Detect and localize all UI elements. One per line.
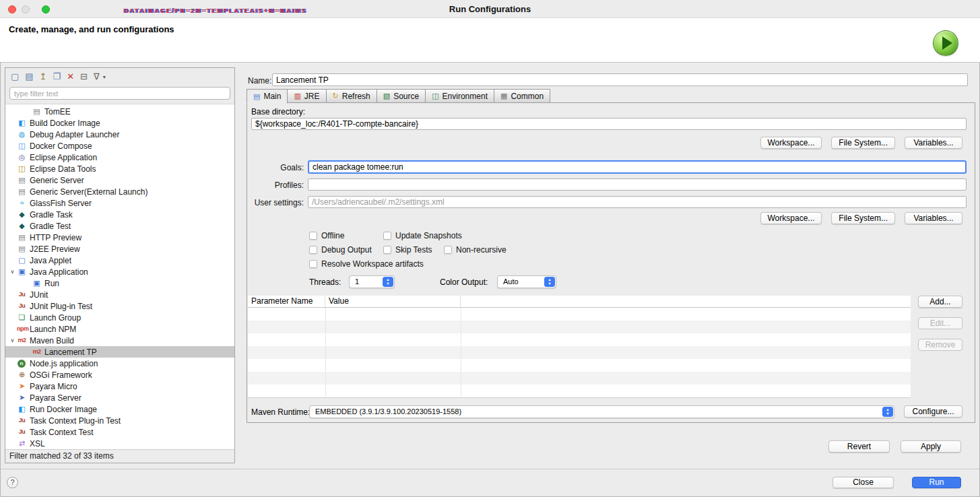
filter-input[interactable] bbox=[9, 87, 230, 100]
tree-item-j2ee-preview[interactable]: ▤J2EE Preview bbox=[5, 243, 234, 255]
filter-icon[interactable]: ∇ bbox=[94, 72, 100, 81]
tree-item-task-context-plug-in-test[interactable]: JuTask Context Plug-in Test bbox=[5, 415, 234, 426]
generic-server-icon: ▤ bbox=[17, 176, 27, 185]
tree-item-task-context-test[interactable]: JuTask Context Test bbox=[5, 426, 234, 438]
tree-item-run[interactable]: ▣Run bbox=[5, 277, 234, 289]
tree-item-glassfish-server[interactable]: ≈GlassFish Server bbox=[5, 197, 234, 209]
remove-parameter-button[interactable]: Remove bbox=[918, 339, 962, 351]
tree-item-junit-plug-in-test[interactable]: JuJUnit Plug-in Test bbox=[5, 300, 234, 312]
maven-build-icon: m2 bbox=[17, 336, 27, 345]
new-prototype-icon[interactable]: ▤ bbox=[25, 72, 33, 81]
parameters-table-header: Parameter Name Value bbox=[248, 296, 911, 308]
tree-item-node-js-application[interactable]: nNode.js application bbox=[5, 358, 234, 369]
threads-stepper[interactable]: 1 ▲▼ bbox=[349, 275, 395, 288]
workspace-button-1[interactable]: Workspace... bbox=[760, 137, 822, 149]
tree-item-payara-micro[interactable]: ➤Payara Micro bbox=[5, 380, 234, 392]
variables-button-1[interactable]: Variables... bbox=[905, 137, 962, 149]
params-table-row[interactable] bbox=[248, 346, 911, 359]
tab-jre[interactable]: ▥JRE bbox=[287, 89, 326, 103]
resolve-workspace-artifacts-checkbox[interactable] bbox=[309, 260, 317, 268]
offline-checkbox[interactable] bbox=[309, 232, 317, 240]
duplicate-config-icon[interactable]: ❐ bbox=[53, 72, 61, 81]
tab-main[interactable]: ▤Main bbox=[247, 89, 288, 104]
play-icon bbox=[942, 36, 952, 50]
tree-item-run-docker-image[interactable]: ◧Run Docker Image bbox=[5, 403, 234, 415]
tab-refresh[interactable]: ↻Refresh bbox=[326, 89, 377, 103]
window-title: Run Configurations bbox=[449, 4, 531, 14]
tree-item-label: Eclipse Application bbox=[30, 153, 97, 162]
tree-item-launch-npm[interactable]: npmLaunch NPM bbox=[5, 323, 234, 335]
tree-item-java-application[interactable]: ∨▣Java Application bbox=[5, 266, 234, 277]
new-config-icon[interactable]: ▢ bbox=[11, 72, 19, 81]
params-table-row[interactable] bbox=[248, 372, 911, 385]
variables-button-2[interactable]: Variables... bbox=[905, 212, 962, 224]
tree-item-debug-adapter-launcher[interactable]: ◍Debug Adapter Launcher bbox=[5, 129, 234, 140]
tree-item-java-applet[interactable]: ▢Java Applet bbox=[5, 255, 234, 266]
color-output-select[interactable]: Auto ▲▼ bbox=[497, 275, 556, 288]
file-system-button-1[interactable]: File System... bbox=[831, 137, 895, 149]
nodejs-icon: n bbox=[18, 360, 26, 368]
tree-item-generic-server[interactable]: ▤Generic Server bbox=[5, 174, 234, 186]
skip-tests-checkbox[interactable] bbox=[383, 246, 391, 254]
column-divider[interactable] bbox=[325, 308, 326, 397]
tree-item-eclipse-data-tools[interactable]: ◫Eclipse Data Tools bbox=[5, 163, 234, 174]
tree-expander-icon[interactable]: ∨ bbox=[8, 269, 17, 275]
user-settings-input[interactable] bbox=[308, 196, 967, 208]
tree-item-tomee[interactable]: ▤TomEE bbox=[5, 106, 234, 117]
profiles-input[interactable] bbox=[308, 178, 967, 191]
tree-item-docker-compose[interactable]: ◫Docker Compose bbox=[5, 140, 234, 152]
tree-item-eclipse-application[interactable]: ◎Eclipse Application bbox=[5, 152, 234, 163]
debug-output-checkbox[interactable] bbox=[309, 246, 317, 254]
help-button[interactable]: ? bbox=[7, 477, 18, 488]
zoom-window-button[interactable] bbox=[42, 5, 50, 13]
params-table-row[interactable] bbox=[248, 385, 911, 397]
tree-item-launch-group[interactable]: ❏Launch Group bbox=[5, 312, 234, 323]
collapse-all-icon[interactable]: ⊟ bbox=[80, 72, 88, 81]
column-divider[interactable] bbox=[461, 308, 461, 397]
configurations-sidebar: ▢▤↥❐✕⊟∇▾ ▤TomEE◧Build Docker Image◍Debug… bbox=[5, 67, 235, 463]
tree-expander-icon[interactable]: ∨ bbox=[8, 337, 17, 343]
tree-item-build-docker-image[interactable]: ◧Build Docker Image bbox=[5, 117, 234, 129]
tree-item-http-preview[interactable]: ▤HTTP Preview bbox=[5, 232, 234, 243]
add-parameter-button[interactable]: Add... bbox=[918, 296, 962, 308]
tree-item-osgi-framework[interactable]: ⊕OSGi Framework bbox=[5, 369, 234, 380]
tree-item-maven-build[interactable]: ∨m2Maven Build bbox=[5, 335, 234, 346]
tree-item-generic-server-external-launch[interactable]: ▤Generic Server(External Launch) bbox=[5, 186, 234, 197]
close-button[interactable]: Close bbox=[832, 477, 894, 488]
file-system-button-2[interactable]: File System... bbox=[831, 212, 895, 224]
task-context-plugin-test-icon: Ju bbox=[17, 416, 27, 425]
non-recursive-checkbox[interactable] bbox=[444, 246, 452, 254]
base-directory-input[interactable] bbox=[251, 118, 967, 130]
tree-item-xsl[interactable]: ⇄XSL bbox=[5, 438, 234, 449]
delete-config-icon[interactable]: ✕ bbox=[67, 72, 74, 81]
tree-item-label: Generic Server bbox=[30, 176, 84, 185]
tree-item-junit[interactable]: JuJUnit bbox=[5, 289, 234, 300]
name-input[interactable] bbox=[272, 73, 968, 86]
tab-source[interactable]: ▧Source bbox=[377, 89, 426, 103]
maven-runtime-label: Maven Runtime: bbox=[251, 407, 310, 417]
goals-input[interactable] bbox=[308, 160, 967, 174]
edit-parameter-button[interactable]: Edit... bbox=[918, 317, 962, 329]
tab-common[interactable]: ▦Common bbox=[494, 89, 550, 103]
params-table-row[interactable] bbox=[248, 308, 911, 321]
tree-item-lancement-tp[interactable]: m2Lancement TP bbox=[5, 346, 234, 358]
run-button[interactable]: Run bbox=[912, 477, 961, 488]
params-table-row[interactable] bbox=[248, 321, 911, 333]
configure-button[interactable]: Configure... bbox=[904, 405, 962, 418]
params-table-row[interactable] bbox=[248, 359, 911, 372]
tree-item-gradle-task[interactable]: ◆Gradle Task bbox=[5, 209, 234, 220]
filter-dropdown-arrow-icon[interactable]: ▾ bbox=[103, 74, 106, 80]
revert-button[interactable]: Revert bbox=[828, 440, 890, 453]
export-config-icon[interactable]: ↥ bbox=[40, 72, 47, 81]
tree-item-label: Eclipse Data Tools bbox=[30, 164, 96, 174]
tab-environment[interactable]: ◫Environment bbox=[425, 89, 494, 103]
params-table-row[interactable] bbox=[248, 333, 911, 346]
close-window-button[interactable] bbox=[8, 5, 16, 13]
minimize-window-button[interactable] bbox=[22, 5, 30, 13]
apply-button[interactable]: Apply bbox=[901, 440, 961, 453]
tree-item-gradle-test[interactable]: ◆Gradle Test bbox=[5, 220, 234, 232]
tree-item-payara-server[interactable]: ➤Payara Server bbox=[5, 392, 234, 403]
workspace-button-2[interactable]: Workspace... bbox=[760, 212, 822, 224]
maven-runtime-select[interactable]: EMBEDDED (3.9.1/3.9.100.20230519-1558) ▲… bbox=[309, 405, 894, 418]
update-snapshots-checkbox[interactable] bbox=[383, 232, 391, 240]
